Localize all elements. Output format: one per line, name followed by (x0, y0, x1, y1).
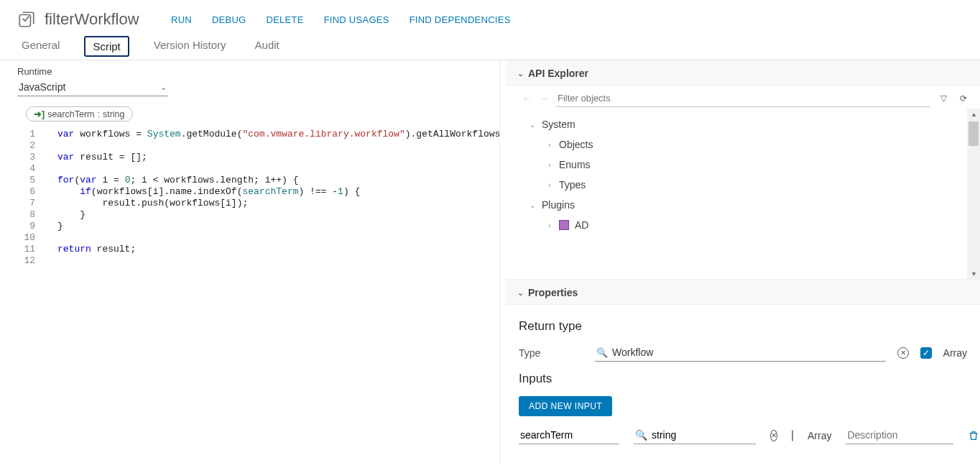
scroll-down-icon[interactable]: ▾ (967, 270, 980, 277)
filter-dropdown-icon[interactable]: ▽ (938, 93, 950, 104)
line-gutter: 1 2 3 4 5 6 7 8 9 10 11 12 (0, 127, 43, 464)
filter-objects-input[interactable] (556, 90, 930, 107)
param-type: string (103, 109, 125, 119)
runtime-label: Runtime (17, 65, 485, 78)
type-label: Type (519, 347, 583, 359)
tree-scrollbar[interactable]: ▴ ▾ (967, 109, 980, 279)
delete-input-icon[interactable] (968, 430, 979, 441)
api-explorer-title: API Explorer (528, 68, 588, 79)
clear-input-type-icon[interactable]: ✕ (770, 430, 777, 441)
page-title: filterWorkflow (45, 10, 139, 29)
input-name-field[interactable] (519, 426, 619, 444)
chevron-right-icon: › (546, 221, 553, 229)
param-chip[interactable]: ➜] searchTerm : string (26, 106, 133, 121)
tree-node-system[interactable]: ⌄System (526, 114, 967, 134)
add-new-input-button[interactable]: ADD NEW INPUT (519, 396, 612, 416)
side-panel: ⌄ API Explorer ← → ▽ ⟳ ⌄System ›Objects … (506, 60, 980, 464)
resize-handle[interactable] (500, 60, 506, 464)
input-arrow-icon: ➜] (34, 109, 45, 119)
api-tree[interactable]: ⌄System ›Objects ›Enums ›Types ⌄Plugins … (506, 109, 967, 279)
chevron-right-icon: › (546, 181, 553, 189)
chevron-down-icon: ⌄ (529, 121, 536, 129)
input-type-input[interactable] (652, 429, 777, 441)
delete-action[interactable]: DELETE (266, 14, 303, 25)
tabs: General Script Version History Audit (0, 36, 980, 60)
refresh-icon[interactable]: ⟳ (957, 93, 970, 104)
search-icon: 🔍 (596, 347, 608, 358)
tree-node-objects[interactable]: ›Objects (526, 134, 967, 155)
title-group: filterWorkflow (17, 10, 154, 29)
api-explorer-header[interactable]: ⌄ API Explorer (506, 60, 980, 86)
tab-audit[interactable]: Audit (251, 36, 284, 60)
input-description-field[interactable] (846, 426, 953, 444)
input-array-label: Array (808, 430, 831, 441)
collapse-icon: ⌄ (517, 69, 524, 78)
editor-pane: Runtime JavaScript ⌄ ➜] searchTerm : str… (0, 60, 500, 464)
input-type-field[interactable]: 🔍 (634, 426, 756, 444)
inputs-section: Inputs (519, 372, 967, 386)
scroll-thumb[interactable] (969, 121, 979, 146)
tree-node-plugins[interactable]: ⌄Plugins (526, 195, 967, 215)
collapse-icon: ⌄ (517, 288, 524, 298)
runtime-value: JavaScript (19, 81, 65, 93)
tree-node-types[interactable]: ›Types (526, 175, 967, 195)
array-checkbox[interactable]: ✓ (920, 347, 932, 359)
array-label: Array (943, 347, 967, 359)
plugin-icon (559, 220, 569, 230)
scroll-up-icon[interactable]: ▴ (967, 110, 980, 118)
return-type-input[interactable] (612, 347, 884, 358)
properties-title: Properties (528, 287, 578, 298)
action-icon (17, 10, 36, 29)
runtime-select[interactable]: JavaScript ⌄ (17, 78, 168, 96)
tree-node-enums[interactable]: ›Enums (526, 155, 967, 175)
header: filterWorkflow RUN DEBUG DELETE FIND USA… (0, 0, 980, 36)
debug-action[interactable]: DEBUG (212, 14, 246, 25)
find-usages-action[interactable]: FIND USAGES (324, 14, 389, 25)
nav-forward-icon[interactable]: → (539, 93, 549, 104)
tab-script[interactable]: Script (84, 36, 129, 57)
return-type-field[interactable]: 🔍 (595, 344, 886, 362)
param-name: searchTerm (47, 109, 94, 119)
input-array-checkbox[interactable] (792, 430, 793, 441)
header-actions: RUN DEBUG DELETE FIND USAGES FIND DEPEND… (171, 14, 511, 25)
code-content[interactable]: var workflows = System.getModule("com.vm… (43, 127, 499, 464)
input-row: 🔍 ✕ Array (519, 426, 967, 444)
chevron-down-icon: ⌄ (160, 83, 167, 92)
properties-header[interactable]: ⌄ Properties (506, 280, 980, 305)
find-deps-action[interactable]: FIND DEPENDENCIES (410, 14, 511, 25)
tree-node-ad[interactable]: › AD (526, 215, 967, 235)
tab-version-history[interactable]: Version History (149, 36, 231, 60)
clear-type-icon[interactable]: ✕ (897, 347, 909, 359)
run-action[interactable]: RUN (171, 14, 192, 25)
return-type-section: Return type (519, 319, 967, 334)
nav-back-icon[interactable]: ← (522, 93, 532, 104)
chevron-down-icon: ⌄ (529, 201, 536, 209)
chevron-right-icon: › (546, 141, 553, 149)
chevron-right-icon: › (546, 161, 553, 169)
tab-general[interactable]: General (17, 36, 64, 60)
search-icon: 🔍 (635, 429, 647, 441)
code-editor[interactable]: 1 2 3 4 5 6 7 8 9 10 11 12 var workflows… (0, 126, 499, 464)
